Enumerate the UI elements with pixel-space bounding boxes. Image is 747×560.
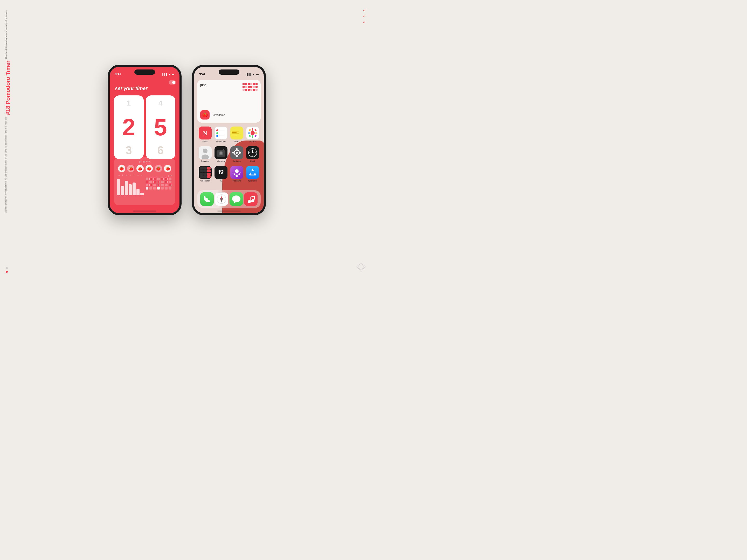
app-item-photos[interactable]: Photos — [246, 127, 260, 142]
stats-area: m t w t f s s — [117, 174, 172, 200]
calc-btn-10 — [200, 175, 203, 178]
app-item-news[interactable]: N News — [198, 127, 212, 142]
calc-btn-4 — [200, 170, 203, 172]
app-item-settings[interactable]: Settings — [230, 146, 244, 162]
svg-point-36 — [252, 152, 253, 153]
app-item-camera[interactable]: Camera — [214, 146, 228, 162]
app-icon-photos[interactable] — [246, 127, 259, 139]
cal-23 — [149, 187, 152, 189]
app-icon-appstore[interactable] — [246, 166, 259, 179]
cal-16 — [149, 184, 152, 186]
music-svg — [244, 192, 258, 206]
notes-inner — [230, 127, 243, 139]
svg-point-10 — [254, 129, 257, 131]
timer-card-left[interactable]: 1 2 3 — [114, 96, 144, 159]
app-item-tv[interactable]: tv TV — [214, 166, 228, 182]
app-item-reminders[interactable]: Reminders — [214, 127, 228, 142]
reminders-inner — [214, 127, 228, 139]
rem-line-2 — [219, 133, 225, 133]
app-item-notes[interactable]: Notes — [230, 127, 244, 142]
dot-red — [6, 271, 8, 273]
app-item-appstore[interactable]: App Store — [246, 166, 260, 182]
clock-inner: N E S W — [246, 146, 259, 159]
app-row-2: Contacts — [197, 146, 261, 162]
weekday-m: m — [117, 174, 121, 176]
svg-rect-24 — [236, 148, 238, 150]
wifi-icon: ▲ — [168, 73, 171, 76]
widget-area[interactable]: june — [197, 80, 261, 123]
widget-pomodoros-label: Pomodoros — [212, 113, 225, 116]
app-item-clock[interactable]: N E S W Clock — [246, 146, 260, 162]
settings-toggle[interactable] — [169, 80, 176, 84]
arrow-2: ↙ — [363, 13, 366, 18]
app-icon-clock[interactable]: N E S W — [246, 146, 259, 159]
cal-27 — [165, 187, 168, 189]
svg-point-23 — [236, 152, 238, 154]
pom-dot-4: 🍅 — [146, 165, 153, 172]
widget-bottom: 🍅 Pomodoros — [200, 110, 258, 119]
timer-headline: set your timer — [115, 85, 147, 91]
app-icon-podcasts[interactable] — [230, 166, 243, 179]
app-icon-camera[interactable] — [214, 146, 228, 159]
cal-13 — [165, 181, 168, 183]
diamond-icon — [356, 263, 366, 272]
svg-point-7 — [248, 132, 250, 134]
app-grid: N News — [197, 127, 261, 186]
app-icon-contacts[interactable] — [199, 146, 212, 159]
cal-11 — [157, 181, 160, 183]
weekday-t: t — [121, 174, 125, 176]
timer-main-right: 5 — [154, 116, 167, 139]
app-row-1: N News — [197, 127, 261, 142]
timer-top-right: 4 — [158, 99, 163, 107]
cal-26 — [161, 187, 164, 189]
timer-card-right[interactable]: 4 5 6 — [146, 96, 176, 159]
notes-line-3 — [232, 134, 239, 134]
phone2-screen: 9:41 ▐▐▐ ▲ ▬ june — [194, 67, 264, 213]
photos-inner — [246, 127, 259, 139]
phone-1: 9:41 ▐▐▐ ▲ ▬ set your timer 1 2 3 — [108, 65, 182, 215]
p11 — [253, 86, 255, 88]
safari-svg — [215, 192, 228, 206]
cal-21 — [169, 184, 172, 186]
p9 — [248, 86, 250, 88]
svg-rect-25 — [236, 156, 238, 157]
calculator-inner — [199, 166, 212, 179]
dock-item-phone[interactable] — [200, 192, 214, 206]
app-name-clock: Clock — [250, 160, 255, 162]
sidebar-byline: Random 25 ideas for mobile apps by @entr… — [5, 10, 7, 59]
cal-17 — [153, 184, 156, 186]
dock-item-music[interactable] — [244, 192, 258, 206]
dock-item-safari[interactable] — [215, 192, 228, 206]
app-icon-reminders[interactable] — [214, 127, 228, 139]
cal-8 — [146, 181, 148, 183]
dots-decoration — [6, 267, 8, 273]
widget-month-label: june — [200, 83, 207, 87]
app-item-podcasts[interactable]: Podcasts — [230, 166, 244, 182]
dock-item-messages[interactable] — [230, 192, 243, 206]
p3 — [248, 83, 250, 85]
weekday-s2: s — [140, 174, 144, 176]
app-icon-settings[interactable] — [230, 146, 243, 159]
app-item-calculator[interactable]: Calculator — [198, 166, 212, 182]
bar-2 — [121, 186, 124, 195]
app-icon-tv[interactable]: tv — [214, 166, 228, 179]
cal-1 — [146, 178, 148, 180]
p14 — [245, 89, 247, 91]
rem-line-3 — [219, 136, 225, 136]
timer-cards: 1 2 3 4 5 6 — [114, 96, 175, 159]
app-icon-news[interactable]: N — [199, 127, 212, 139]
app-item-contacts[interactable]: Contacts — [198, 146, 212, 162]
podcasts-svg — [230, 166, 243, 179]
camera-inner — [214, 146, 228, 159]
app-icon-notes[interactable] — [230, 127, 243, 139]
progress-label: progress — [117, 160, 172, 163]
app-name-photos: Photos — [250, 140, 256, 142]
rem-row-2 — [216, 132, 225, 134]
p10 — [250, 86, 252, 88]
phone1-status-icons: ▐▐▐ ▲ ▬ — [161, 73, 174, 76]
phone2-dynamic-island — [218, 70, 239, 75]
calc-btn-12 — [207, 175, 210, 178]
p8 — [245, 86, 247, 88]
cal-19 — [161, 184, 164, 186]
app-icon-calculator[interactable] — [199, 166, 212, 179]
